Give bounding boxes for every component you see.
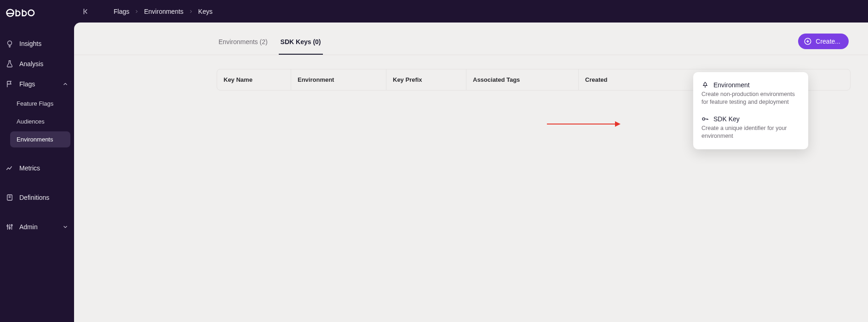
sidebar: Insights Analysis Flags Feature Flags A [0,0,74,322]
th-key-name: Key Name [217,69,291,90]
plus-circle-icon [804,37,812,45]
book-icon [6,193,14,202]
sidebar-item-label: Insights [19,40,41,47]
svg-rect-1 [7,13,14,14]
sidebar-subitem-environments[interactable]: Environments [10,131,70,147]
svg-point-7 [11,225,12,226]
chevron-right-icon [188,9,194,14]
breadcrumb-flags[interactable]: Flags [114,8,129,15]
sidebar-nav: Insights Analysis Flags Feature Flags A [0,28,74,237]
chevron-up-icon [62,81,69,87]
sidebar-item-label: Admin [19,223,38,231]
svg-point-5 [7,225,8,226]
brand-logo[interactable] [0,5,74,28]
sidebar-subitem-feature-flags[interactable]: Feature Flags [10,96,70,112]
collapse-sidebar-button[interactable] [80,6,92,17]
tab-sdk-keys[interactable]: SDK Keys (0) [279,33,323,55]
svg-point-3 [8,41,12,45]
sidebar-item-definitions[interactable]: Definitions [0,188,74,207]
tabs-row: Environments (2) SDK Keys (0) Create... [74,23,868,55]
tabs: Environments (2) SDK Keys (0) [217,33,328,55]
svg-point-6 [9,227,11,229]
create-button[interactable]: Create... [798,34,849,49]
breadcrumb-keys: Keys [198,8,213,15]
pin-icon [701,81,709,89]
main-area: Flags Environments Keys Environments (2)… [74,0,868,322]
content-panel: Environments (2) SDK Keys (0) Create... … [74,23,868,322]
sidebar-subitem-audiences[interactable]: Audiences [10,113,70,130]
svg-marker-11 [615,121,621,127]
key-icon [701,115,709,123]
metrics-icon [6,164,14,172]
svg-point-9 [702,118,705,120]
sidebar-item-insights[interactable]: Insights [0,34,74,53]
flag-icon [6,80,14,88]
chevron-right-icon [134,9,139,14]
sidebar-item-label: Analysis [19,60,43,68]
dropdown-item-sdk-key[interactable]: SDK Key Create a unique identifier for y… [693,111,808,145]
sidebar-item-label: Definitions [19,194,49,201]
breadcrumb-environments[interactable]: Environments [144,8,184,15]
sidebar-item-admin[interactable]: Admin [0,217,74,237]
lightbulb-icon [6,40,14,48]
th-key-prefix: Key Prefix [386,69,466,90]
th-environment: Environment [291,69,386,90]
sidebar-item-analysis[interactable]: Analysis [0,54,74,73]
dropdown-item-title: SDK Key [713,115,740,123]
chevron-down-icon [62,224,69,230]
create-dropdown: Environment Create non-production enviro… [693,72,808,149]
sidebar-item-label: Metrics [19,164,40,172]
topbar: Flags Environments Keys [74,0,868,23]
th-associated-tags: Associated Tags [466,69,579,90]
sidebar-item-metrics[interactable]: Metrics [0,158,74,178]
dropdown-item-title: Environment [713,81,750,89]
arrow-annotation [547,120,621,128]
dropdown-item-desc: Create non-production environments for f… [701,90,800,106]
tab-environments[interactable]: Environments (2) [217,33,270,55]
svg-point-2 [28,10,34,16]
breadcrumb: Flags Environments Keys [114,8,213,15]
sliders-icon [6,223,14,231]
sidebar-item-flags[interactable]: Flags [0,74,74,94]
dropdown-item-desc: Create a unique identifier for your envi… [701,124,800,140]
dropdown-item-environment[interactable]: Environment Create non-production enviro… [693,77,808,111]
flask-icon [6,60,14,68]
sidebar-item-label: Flags [19,80,35,88]
create-button-label: Create... [816,38,840,45]
flags-subnav: Feature Flags Audiences Environments [0,95,74,148]
